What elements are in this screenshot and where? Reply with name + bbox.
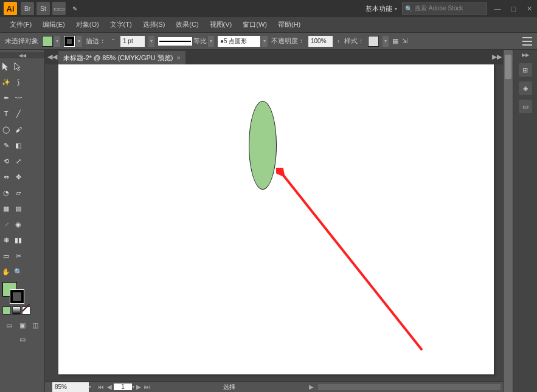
stroke-width-input[interactable]: 1 pt	[120, 36, 145, 47]
menu-object[interactable]: 对象(O)	[71, 19, 104, 30]
menu-view[interactable]: 视图(V)	[205, 19, 237, 30]
panel-menu-icon[interactable]	[522, 37, 532, 46]
scrollbar-thumb[interactable]	[505, 55, 511, 79]
fill-swatch[interactable]	[42, 36, 53, 47]
ellipse-tool[interactable]: ◯	[0, 122, 12, 137]
draw-normal-icon[interactable]: ▭	[2, 318, 16, 332]
vertical-scrollbar[interactable]	[503, 50, 513, 392]
arrange-icon[interactable]: ▭▭	[52, 2, 66, 15]
mesh-tool[interactable]: ▦	[0, 201, 12, 216]
close-tab-icon[interactable]: ×	[176, 54, 180, 61]
style-swatch[interactable]	[368, 36, 379, 47]
search-stock-input[interactable]: 🔍 搜索 Adobe Stock	[402, 2, 487, 15]
stroke-color-box[interactable]	[10, 289, 24, 304]
menu-effect[interactable]: 效果(C)	[171, 19, 203, 30]
maximize-button[interactable]: ▢	[509, 4, 518, 13]
stroke-profile-dropdown[interactable]: ▾	[208, 36, 214, 47]
green-ellipse-shape[interactable]	[249, 101, 277, 190]
opacity-input[interactable]: 100%	[308, 36, 333, 47]
close-button[interactable]: ✕	[525, 4, 533, 13]
gradient-tool[interactable]: ▤	[12, 201, 24, 216]
stroke-swatch[interactable]	[64, 36, 75, 47]
workspace-dropdown[interactable]: 基本功能 ▾	[366, 4, 397, 13]
style-dropdown[interactable]: ▾	[383, 36, 389, 47]
selection-tool[interactable]	[0, 58, 12, 74]
slice-tool[interactable]: ✂	[12, 248, 24, 264]
properties-panel-icon[interactable]: ⊞	[519, 63, 532, 77]
status-bar: 85% ▾ ⏮ ◀ 1 ▾ ▶ ⏭ 选择 ▶	[45, 381, 503, 392]
direct-selection-tool[interactable]	[12, 58, 24, 74]
gpu-icon[interactable]: ✎	[68, 2, 81, 15]
eyedropper-tool[interactable]: ⟋	[0, 216, 12, 232]
menu-help[interactable]: 帮助(H)	[273, 19, 305, 30]
screen-mode-icon[interactable]: ▭	[2, 335, 42, 343]
tools-collapse[interactable]: ◀◀	[0, 52, 44, 58]
symbol-sprayer-tool[interactable]: ❋	[0, 232, 12, 248]
menu-edit[interactable]: 编辑(E)	[38, 19, 70, 30]
brush-input[interactable]: ● 5 点圆形	[218, 36, 260, 47]
brush-tool[interactable]: 🖌	[12, 122, 24, 137]
opacity-more[interactable]: ›	[336, 38, 341, 44]
shaper-tool[interactable]: ✎	[0, 137, 12, 153]
align-icon[interactable]: ▦	[392, 37, 398, 45]
transform-icon[interactable]: ⇲	[402, 37, 407, 45]
fill-stroke-control[interactable]	[2, 282, 24, 304]
shape-builder-tool[interactable]: ◔	[0, 185, 12, 201]
layers-panel-icon[interactable]: ◈	[519, 81, 532, 95]
minimize-button[interactable]: —	[493, 4, 502, 13]
artboard-tool[interactable]: ▭	[0, 248, 12, 264]
zoom-dropdown[interactable]: ▾	[89, 384, 91, 390]
nav-last[interactable]: ⏭	[143, 383, 151, 390]
document-tab-title: 未标题-2* @ 85% (CMYK/GPU 预览)	[63, 53, 173, 63]
hand-tool[interactable]: ✋	[0, 264, 12, 280]
horizontal-scrollbar[interactable]	[318, 384, 501, 390]
canvas-viewport[interactable]	[45, 64, 503, 381]
zoom-tool[interactable]: 🔍	[12, 264, 24, 280]
menu-file[interactable]: 文件(F)	[5, 19, 36, 30]
draw-inside-icon[interactable]: ◫	[29, 318, 42, 332]
menu-window[interactable]: 窗口(W)	[238, 19, 272, 30]
nav-prev[interactable]: ◀	[105, 383, 114, 390]
scale-tool[interactable]: ⤢	[12, 153, 24, 169]
curvature-tool[interactable]: 〰	[12, 90, 24, 106]
expand-left-icon[interactable]: ◀◀	[47, 53, 56, 61]
none-mode-icon[interactable]	[22, 306, 30, 315]
width-tool[interactable]: ⇔	[0, 169, 12, 185]
brush-dropdown[interactable]: ▾	[262, 36, 268, 47]
magic-wand-tool[interactable]: ✨	[0, 74, 12, 90]
title-bar: Ai Br St ▭▭ ✎ 基本功能 ▾ 🔍 搜索 Adobe Stock — …	[0, 0, 537, 17]
line-tool[interactable]: ╱	[12, 106, 24, 122]
right-panel-rail: ▶▶ ⊞ ◈ ▭	[513, 50, 537, 392]
eraser-tool[interactable]: ◧	[12, 137, 24, 153]
document-tab[interactable]: 未标题-2* @ 85% (CMYK/GPU 预览) ×	[58, 51, 185, 64]
perspective-tool[interactable]: ▱	[12, 185, 24, 201]
expand-right-icon[interactable]: ▶▶	[492, 53, 501, 61]
nav-first[interactable]: ⏮	[97, 383, 105, 390]
free-transform-tool[interactable]: ✥	[12, 169, 24, 185]
type-tool[interactable]: T	[0, 106, 12, 122]
stock-icon[interactable]: St	[36, 2, 50, 15]
rotate-tool[interactable]: ⟲	[0, 153, 12, 169]
stroke-decrement[interactable]: ⌃	[109, 38, 117, 44]
hscroll-right[interactable]: ▶	[307, 383, 316, 390]
fill-dropdown[interactable]: ▾	[54, 36, 60, 47]
stroke-width-dropdown[interactable]: ▾	[148, 36, 154, 47]
blend-tool[interactable]: ◉	[12, 216, 24, 232]
menu-select[interactable]: 选择(S)	[138, 19, 170, 30]
stroke-preview[interactable]	[158, 37, 192, 46]
page-number-input[interactable]: 1	[114, 383, 132, 390]
color-mode-icon[interactable]	[2, 306, 11, 315]
graph-tool[interactable]: ▮▮	[12, 232, 24, 248]
nav-next[interactable]: ▶	[134, 383, 143, 390]
pen-tool[interactable]: ✒	[0, 90, 12, 106]
libraries-panel-icon[interactable]: ▭	[519, 100, 532, 113]
right-collapse[interactable]: ▶▶	[513, 52, 537, 58]
bridge-icon[interactable]: Br	[21, 2, 34, 15]
stroke-dropdown[interactable]: ▾	[76, 36, 82, 47]
gradient-mode-icon[interactable]	[12, 306, 21, 315]
control-bar: 未选择对象 ▾ ▾ 描边： ⌃ 1 pt ▾ 等比 ▾ ● 5 点圆形 ▾ 不透…	[0, 33, 537, 50]
lasso-tool[interactable]: ⟆	[12, 74, 24, 90]
menu-type[interactable]: 文字(T)	[105, 19, 137, 30]
draw-behind-icon[interactable]: ▣	[16, 318, 29, 332]
zoom-input[interactable]: 85%	[52, 382, 89, 392]
